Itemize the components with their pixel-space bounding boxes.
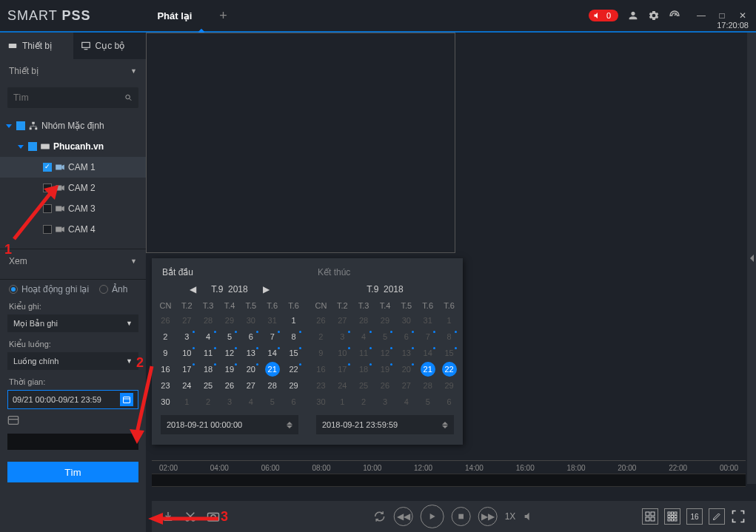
- cal-day[interactable]: 25: [353, 378, 375, 394]
- cal-day[interactable]: 23: [310, 378, 332, 394]
- cal-day[interactable]: 9: [310, 346, 332, 362]
- speed-label[interactable]: 1X: [505, 511, 516, 522]
- cal-day[interactable]: 2: [310, 329, 332, 346]
- tree-group[interactable]: Nhóm Mặc định: [0, 115, 146, 136]
- cal-day[interactable]: 10: [332, 346, 353, 362]
- close-button[interactable]: ✕: [737, 10, 749, 21]
- maximize-button[interactable]: □: [716, 10, 728, 21]
- cal-day[interactable]: 3: [176, 329, 198, 346]
- time-up-icon[interactable]: [287, 422, 292, 425]
- cal-day[interactable]: 22: [283, 362, 304, 378]
- tree-device[interactable]: Phucanh.vn: [0, 136, 146, 157]
- view-section-header[interactable]: Xem ▼: [0, 249, 146, 273]
- cal-day[interactable]: 11: [198, 346, 219, 362]
- radio-image[interactable]: Ảnh: [99, 284, 127, 294]
- cal-day[interactable]: 19: [375, 362, 396, 378]
- layout-2-button[interactable]: [664, 508, 680, 525]
- cal-day[interactable]: 1: [283, 313, 304, 329]
- tab-playback[interactable]: Phát lại: [142, 0, 207, 31]
- tree-cam-4[interactable]: CAM 4: [0, 219, 146, 240]
- tree-cam-1[interactable]: CAM 1: [0, 157, 146, 178]
- prev-button[interactable]: ◀◀: [394, 507, 413, 526]
- calendar-icon[interactable]: [120, 393, 133, 406]
- cal-day[interactable]: 30: [155, 394, 176, 411]
- user-icon[interactable]: [627, 10, 639, 21]
- cal-day[interactable]: 18: [198, 362, 219, 378]
- cal-day[interactable]: 29: [283, 378, 304, 394]
- alarm-indicator[interactable]: 0: [589, 10, 618, 21]
- cal-day[interactable]: 3: [332, 329, 353, 346]
- cal-day[interactable]: 13: [395, 346, 417, 362]
- radio-record[interactable]: Hoạt động ghi lại: [9, 284, 89, 294]
- cal-day[interactable]: 29: [438, 378, 460, 394]
- cal-day[interactable]: 7: [417, 329, 438, 346]
- cal-day[interactable]: 14: [417, 346, 438, 362]
- cal-day[interactable]: 20: [395, 362, 417, 378]
- cal-day[interactable]: 21: [265, 362, 280, 377]
- cal-day[interactable]: 2: [155, 329, 176, 346]
- search-input[interactable]: [13, 92, 124, 103]
- right-panel-toggle[interactable]: [747, 33, 756, 484]
- play-button[interactable]: [421, 505, 444, 528]
- video-cell-1[interactable]: [146, 33, 455, 253]
- minimize-button[interactable]: —: [695, 10, 707, 21]
- cal-day[interactable]: 27: [240, 378, 261, 394]
- cal-day[interactable]: 15: [438, 346, 460, 362]
- cal-day[interactable]: 16: [155, 362, 176, 378]
- time-up-icon[interactable]: [442, 422, 448, 425]
- cal-day[interactable]: 10: [176, 346, 198, 362]
- cal-day[interactable]: 26: [219, 378, 241, 394]
- card-icon[interactable]: [7, 415, 19, 425]
- cal-day[interactable]: 16: [310, 362, 332, 378]
- cal-day[interactable]: 15: [283, 346, 304, 362]
- stop-button[interactable]: [452, 507, 471, 526]
- sidebar-tab-local[interactable]: Cục bộ: [73, 33, 147, 59]
- cal-day[interactable]: 4: [198, 329, 219, 346]
- cal-day[interactable]: 20: [240, 362, 261, 378]
- cal-day[interactable]: 5: [219, 329, 241, 346]
- cal-day[interactable]: 12: [219, 346, 241, 362]
- cal-next-button[interactable]: ▶: [263, 284, 270, 294]
- cal-day[interactable]: 4: [353, 329, 375, 346]
- volume-icon[interactable]: [523, 511, 535, 522]
- time-down-icon[interactable]: [287, 425, 292, 428]
- cal-day[interactable]: 1: [438, 313, 460, 329]
- cal-day[interactable]: 17: [176, 362, 198, 378]
- cal-day[interactable]: 6: [395, 329, 417, 346]
- cal-day[interactable]: 24: [176, 378, 198, 394]
- search-button[interactable]: Tìm: [7, 462, 138, 482]
- cal-day[interactable]: 21: [421, 362, 435, 377]
- cal-day[interactable]: 6: [240, 329, 261, 346]
- select-record-type[interactable]: Mọi Bản ghi▼: [7, 314, 138, 332]
- cal-day[interactable]: 28: [261, 378, 283, 394]
- cal-day[interactable]: 7: [261, 329, 283, 346]
- cal-day[interactable]: 26: [375, 378, 396, 394]
- tab-add-button[interactable]: +: [214, 7, 232, 24]
- edit-layout-button[interactable]: [709, 508, 725, 525]
- end-time-input[interactable]: 2018-09-21 23:59:59: [316, 415, 454, 434]
- cal-day[interactable]: 9: [155, 346, 176, 362]
- sidebar-tab-device[interactable]: Thiết bị: [0, 33, 73, 59]
- snapshot-icon[interactable]: [207, 511, 220, 522]
- cal-prev-button[interactable]: ◀: [190, 284, 196, 294]
- device-dropdown[interactable]: Thiết bị ▼: [0, 59, 146, 83]
- time-down-icon[interactable]: [442, 425, 448, 428]
- cal-day[interactable]: 30: [310, 394, 332, 411]
- download-icon[interactable]: [162, 511, 174, 522]
- cal-day[interactable]: 8: [438, 329, 460, 346]
- next-button[interactable]: ▶▶: [478, 507, 498, 526]
- settings-icon[interactable]: [648, 10, 660, 21]
- cal-day[interactable]: 5: [375, 329, 396, 346]
- cal-day[interactable]: 13: [240, 346, 261, 362]
- start-time-input[interactable]: 2018-09-21 00:00:00: [161, 415, 298, 434]
- fullscreen-icon[interactable]: [731, 509, 746, 524]
- cal-day[interactable]: 24: [332, 378, 353, 394]
- dashboard-icon[interactable]: [669, 10, 680, 21]
- cal-day[interactable]: 12: [375, 346, 396, 362]
- time-range-input[interactable]: 09/21 00:00-09/21 23:59: [7, 390, 138, 409]
- cal-day[interactable]: 17: [332, 362, 353, 378]
- cal-day[interactable]: 23: [155, 378, 176, 394]
- cal-day[interactable]: 22: [442, 362, 457, 377]
- tree-cam-2[interactable]: CAM 2: [0, 178, 146, 198]
- tree-cam-3[interactable]: CAM 3: [0, 198, 146, 219]
